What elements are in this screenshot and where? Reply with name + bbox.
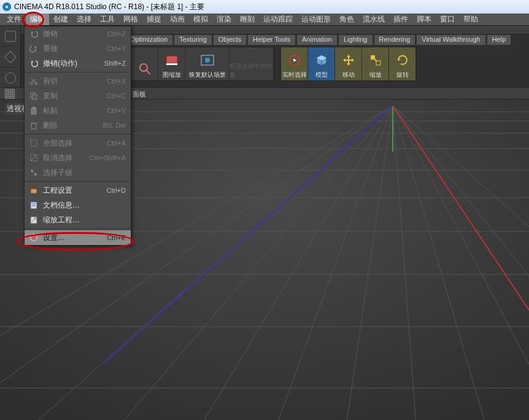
menu-窗口[interactable]: 窗口 (436, 14, 459, 25)
info-icon (28, 200, 39, 210)
proj-icon (28, 185, 39, 195)
menuitem-剪切: 剪切Ctrl+X (25, 74, 131, 88)
undo-icon (28, 29, 39, 39)
menuitem-label: 全部选择 (43, 138, 107, 149)
menu-插件[interactable]: 插件 (389, 14, 412, 25)
menuitem-工程设置[interactable]: 工程设置Ctrl+D (25, 183, 131, 198)
menu-雕刻[interactable]: 雕刻 (236, 14, 259, 25)
menu-运动跟踪[interactable]: 运动跟踪 (259, 14, 297, 25)
svg-rect-42 (31, 140, 37, 146)
panel-grid-icon (5, 89, 15, 99)
menuitem-撤销(动作)[interactable]: 撤销(动作)Shift+Z (25, 56, 131, 71)
menu-separator (25, 228, 131, 229)
menuitem-label: 重做 (43, 44, 107, 54)
menu-separator (25, 72, 131, 72)
ribbon-旋转[interactable]: 旋转 (389, 47, 416, 80)
menu-网格[interactable]: 网格 (119, 14, 142, 25)
menu-separator (25, 134, 131, 134)
menuitem-label: 剪切 (43, 76, 107, 87)
ribbon-label: 旋转 (396, 71, 409, 79)
tab-objects[interactable]: Objects (213, 34, 247, 45)
tab-texturing[interactable]: Texturing (174, 34, 212, 45)
menuitem-复制: 复制Ctrl+C (25, 88, 131, 103)
menu-运动图形[interactable]: 运动图形 (297, 14, 335, 25)
tab-virtual-walkthrough[interactable]: Virtual Walkthrough (416, 34, 485, 45)
settings-icon (28, 233, 39, 243)
menu-选择[interactable]: 选择 (72, 14, 96, 25)
ribbon-图缩放[interactable]: 图缩放 (158, 47, 185, 80)
ribbon-label: 移动 (342, 71, 355, 79)
menu-separator (25, 181, 131, 182)
ribbon-magnify[interactable] (131, 47, 158, 80)
ribbon-恢复默认场景[interactable]: 恢复默认场景 (185, 47, 230, 80)
svg-line-1 (147, 71, 150, 74)
menuitem-shortcut: Ctrl+Y (107, 45, 126, 52)
svg-rect-2 (166, 56, 177, 63)
svg-rect-40 (31, 123, 36, 129)
svg-line-10 (374, 59, 377, 61)
ribbon-label: 框显选择中的对象 (230, 62, 273, 79)
menuitem-设置…[interactable]: 设置…Ctrl+E (25, 230, 131, 245)
menu-捕捉[interactable]: 捕捉 (142, 14, 166, 25)
tab-animation[interactable]: Animation (296, 34, 338, 45)
cube-icon (314, 52, 330, 68)
tab-help[interactable]: Help (487, 34, 512, 45)
menuitem-label: 撤销(动作) (43, 58, 104, 69)
menu-渲染[interactable]: 渲染 (212, 14, 236, 25)
tab-rendering[interactable]: Rendering (374, 34, 416, 45)
ribbon-实时选择[interactable]: 实时选择 (281, 47, 308, 80)
svg-point-5 (205, 58, 210, 63)
left-tool-btn-2[interactable] (0, 47, 21, 68)
ribbon-框显选择中的对象[interactable]: 框显选择中的对象 (230, 47, 274, 80)
tab-helper-tools[interactable]: Helper Tools (247, 34, 296, 45)
menuitem-label: 复制 (43, 91, 107, 101)
cursor-icon (287, 52, 303, 68)
menuitem-删除: 删除BS, Del (25, 118, 131, 133)
menuitem-label: 设置… (43, 233, 107, 243)
ribbon-模型[interactable]: 模型 (308, 47, 335, 80)
menu-流水线[interactable]: 流水线 (358, 14, 389, 25)
left-tool-btn-1[interactable] (0, 26, 21, 47)
svg-rect-9 (376, 61, 380, 65)
menuitem-shortcut: Ctrl+C (107, 92, 126, 99)
menuitem-文档信息…[interactable]: 文档信息… (25, 198, 131, 212)
menuitem-重做: 重做Ctrl+Y (25, 41, 131, 56)
magnify-icon (137, 61, 153, 77)
redo-icon (28, 44, 39, 53)
tab-lighting[interactable]: Lighting (338, 34, 373, 45)
ribbon-label: 模型 (315, 71, 328, 79)
delete-icon (28, 120, 39, 130)
menubar: 文件编辑创建选择工具网格捕捉动画模拟渲染雕刻运动跟踪运动图形角色流水线插件脚本窗… (0, 14, 529, 26)
menu-模拟[interactable]: 模拟 (189, 14, 212, 25)
menuitem-shortcut: Ctrl+V (107, 107, 126, 114)
menu-帮助[interactable]: 帮助 (459, 14, 482, 25)
menu-动画[interactable]: 动画 (166, 14, 189, 25)
menu-编辑[interactable]: 编辑 (26, 14, 49, 25)
svg-line-44 (31, 155, 37, 161)
menuitem-shortcut: Ctrl+Shift+A (90, 154, 126, 161)
menuitem-缩放工程…[interactable]: 缩放工程… (25, 212, 131, 227)
tab-optimization[interactable]: Optimization (125, 34, 173, 45)
menu-创建[interactable]: 创建 (49, 14, 72, 25)
ribbon-缩放[interactable]: 缩放 (362, 47, 389, 80)
svg-point-0 (140, 64, 147, 71)
svg-rect-49 (31, 188, 37, 189)
menu-脚本[interactable]: 脚本 (412, 14, 436, 25)
menuitem-label: 删除 (43, 120, 103, 131)
paste-icon (28, 106, 39, 115)
menu-文件[interactable]: 文件 (2, 14, 26, 25)
secondary-tabbar: OptimizationTexturingObjectsHelper Tools… (125, 34, 511, 45)
menu-工具[interactable]: 工具 (96, 14, 119, 25)
menu-角色[interactable]: 角色 (335, 14, 358, 25)
menuitem-label: 撤销 (43, 29, 107, 39)
svg-rect-3 (166, 63, 177, 65)
undo2-icon (28, 58, 39, 68)
left-tool-btn-3[interactable] (0, 68, 21, 88)
move-icon (341, 52, 357, 68)
left-toolbar (0, 26, 21, 88)
menuitem-label: 粘贴 (43, 106, 107, 116)
menuitem-shortcut: Shift+Z (104, 60, 126, 67)
ribbon-移动[interactable]: 移动 (335, 47, 362, 80)
ribbon-label: 图缩放 (163, 71, 181, 79)
window-title: CINEMA 4D R18.011 Studio (RC - R18) - [未… (14, 2, 204, 12)
